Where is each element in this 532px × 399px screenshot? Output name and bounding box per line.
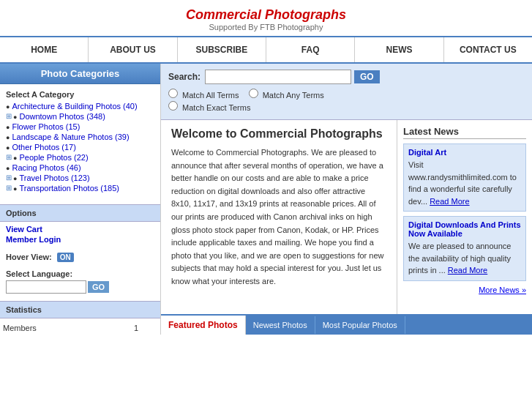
news-item: Digital Art Visit www.randysmithlimited.… bbox=[403, 143, 526, 212]
news-item-body: Visit www.randysmithlimited.com to find … bbox=[408, 159, 521, 207]
statistics-table: Members 1 bbox=[0, 321, 160, 335]
news-item-title[interactable]: Digital Art bbox=[408, 148, 521, 157]
hover-view-label: Hover View: bbox=[6, 253, 52, 261]
more-news-link[interactable]: More News » bbox=[403, 286, 526, 294]
site-subtitle: Supported By FTB Photography bbox=[0, 23, 532, 31]
main-body: Welcome to Commercial Photographs. We ar… bbox=[171, 146, 386, 288]
featured-tab-label: Featured Photos bbox=[168, 320, 238, 330]
main-heading: Welcome to Commercial Photographs bbox=[171, 127, 386, 141]
list-item: ● Landscape & Nature Photos (39) bbox=[6, 133, 154, 141]
stat-value: 1 bbox=[132, 323, 159, 333]
list-item: ● Racing Photos (46) bbox=[6, 163, 154, 172]
statistics-header: Statistics bbox=[0, 301, 160, 318]
search-option-row: Match All Terms Match Any Terms bbox=[168, 89, 525, 100]
options-header: Options bbox=[0, 204, 160, 222]
list-item: ● Flower Photos (15) bbox=[6, 122, 154, 131]
featured-bar: Featured Photos Newest Photos Most Popul… bbox=[161, 314, 532, 335]
member-login-link[interactable]: Member Login bbox=[6, 235, 154, 244]
match-all-radio[interactable] bbox=[168, 89, 178, 98]
newest-photos-tab[interactable]: Newest Photos bbox=[246, 316, 315, 334]
news-item-title[interactable]: Digital Downloads And Prints Now Availab… bbox=[408, 220, 521, 238]
expand-icon[interactable]: ⊞ bbox=[6, 174, 12, 182]
category-link[interactable]: People Photos (22) bbox=[19, 153, 88, 162]
bullet-icon: ● bbox=[6, 103, 10, 111]
nav-contact[interactable]: CONTACT US bbox=[444, 37, 532, 62]
language-input[interactable] bbox=[6, 280, 86, 294]
category-list: ● Architecture & Building Photos (40) ⊞ … bbox=[6, 102, 154, 193]
more-news-anchor[interactable]: More News » bbox=[479, 286, 526, 294]
nav-faq[interactable]: FAQ bbox=[266, 37, 355, 62]
statistics-label: Statistics bbox=[6, 305, 42, 314]
latest-news-title: Latest News bbox=[403, 126, 526, 139]
middle-area: Welcome to Commercial Photographs Welcom… bbox=[161, 120, 532, 314]
search-go-button[interactable]: GO bbox=[354, 70, 380, 83]
match-all-label: Match All Terms bbox=[182, 91, 239, 100]
table-row: Members 1 bbox=[1, 323, 159, 333]
match-any-radio[interactable] bbox=[249, 89, 258, 98]
search-bar: Search: GO Match All Terms Match Any Ter… bbox=[161, 64, 532, 120]
popular-tab-label: Most Popular Photos bbox=[323, 321, 397, 329]
nav-subscribe[interactable]: SUBSCRIBE bbox=[178, 37, 266, 62]
list-item: ● Other Photos (17) bbox=[6, 143, 154, 152]
site-title: Commercial Photographs bbox=[0, 7, 532, 23]
category-select-label: Select A Category bbox=[6, 90, 154, 99]
page-header: Commercial Photographs Supported By FTB … bbox=[0, 0, 532, 36]
bullet-icon: ● bbox=[6, 124, 10, 131]
list-item: ⊞ ● Downtown Photos (348) bbox=[6, 112, 154, 121]
expand-icon[interactable]: ⊞ bbox=[6, 153, 12, 161]
news-item: Digital Downloads And Prints Now Availab… bbox=[403, 216, 526, 281]
nav-home[interactable]: HOME bbox=[0, 37, 89, 62]
read-more-link[interactable]: Read More bbox=[448, 266, 487, 275]
most-popular-photos-tab[interactable]: Most Popular Photos bbox=[315, 316, 405, 334]
category-link[interactable]: Travel Photos (123) bbox=[19, 174, 89, 182]
match-exact-label: Match Exact Terms bbox=[182, 103, 250, 112]
options-label: Options bbox=[6, 209, 37, 217]
read-more-link[interactable]: Read More bbox=[430, 197, 469, 206]
list-item: ⊞ ● Travel Photos (123) bbox=[6, 174, 154, 182]
search-label: Search: bbox=[168, 72, 201, 82]
category-link[interactable]: Flower Photos (15) bbox=[12, 122, 80, 131]
featured-photos-tab[interactable]: Featured Photos bbox=[161, 316, 246, 335]
content-area: Search: GO Match All Terms Match Any Ter… bbox=[161, 64, 532, 335]
latest-news-panel: Latest News Digital Art Visit www.randys… bbox=[397, 120, 532, 314]
category-link[interactable]: Landscape & Nature Photos (39) bbox=[12, 133, 129, 141]
main-nav: HOME ABOUT US SUBSCRIBE FAQ NEWS CONTACT… bbox=[0, 36, 532, 64]
categories-section: Select A Category ● Architecture & Build… bbox=[0, 84, 160, 200]
expand-icon[interactable]: ⊞ bbox=[6, 112, 12, 120]
language-input-row: GO bbox=[6, 280, 154, 294]
category-link[interactable]: Transportation Photos (185) bbox=[19, 184, 119, 193]
list-item: ● Architecture & Building Photos (40) bbox=[6, 102, 154, 111]
bullet-icon: ● bbox=[6, 144, 10, 152]
bullet-icon: ● bbox=[13, 154, 17, 162]
match-any-label: Match Any Terms bbox=[263, 91, 324, 100]
hover-view-section: Hover View: ON bbox=[0, 248, 160, 266]
options-links: View Cart Member Login bbox=[0, 222, 160, 248]
category-link[interactable]: Architecture & Building Photos (40) bbox=[12, 102, 137, 111]
select-language-section: Select Language: GO bbox=[0, 266, 160, 298]
search-options: Match All Terms Match Any Terms Match Ex… bbox=[168, 89, 525, 112]
bullet-icon: ● bbox=[13, 175, 17, 182]
bullet-icon: ● bbox=[13, 185, 17, 193]
main-content: Welcome to Commercial Photographs Welcom… bbox=[161, 120, 397, 314]
bullet-icon: ● bbox=[6, 165, 10, 172]
stat-label: Members bbox=[1, 323, 131, 333]
newest-tab-label: Newest Photos bbox=[253, 321, 307, 329]
expand-icon[interactable]: ⊞ bbox=[6, 184, 12, 192]
tab-spacer: Newest Photos Most Popular Photos bbox=[246, 316, 532, 335]
category-link[interactable]: Other Photos (17) bbox=[12, 143, 75, 152]
categories-header: Photo Categories bbox=[0, 64, 160, 84]
nav-news[interactable]: NEWS bbox=[355, 37, 443, 62]
hover-toggle[interactable]: ON bbox=[57, 253, 74, 262]
view-cart-link[interactable]: View Cart bbox=[6, 225, 154, 234]
match-exact-radio[interactable] bbox=[168, 101, 178, 111]
bullet-icon: ● bbox=[6, 134, 10, 141]
category-link[interactable]: Downtown Photos (348) bbox=[19, 112, 105, 121]
nav-about[interactable]: ABOUT US bbox=[89, 37, 177, 62]
main-layout: Photo Categories Select A Category ● Arc… bbox=[0, 64, 532, 335]
list-item: ⊞ ● Transportation Photos (185) bbox=[6, 184, 154, 193]
sidebar: Photo Categories Select A Category ● Arc… bbox=[0, 64, 161, 335]
language-go-button[interactable]: GO bbox=[88, 281, 109, 293]
search-input[interactable] bbox=[205, 70, 351, 84]
news-item-body: We are pleased to announce the availabil… bbox=[408, 240, 521, 277]
category-link[interactable]: Racing Photos (46) bbox=[12, 163, 80, 172]
